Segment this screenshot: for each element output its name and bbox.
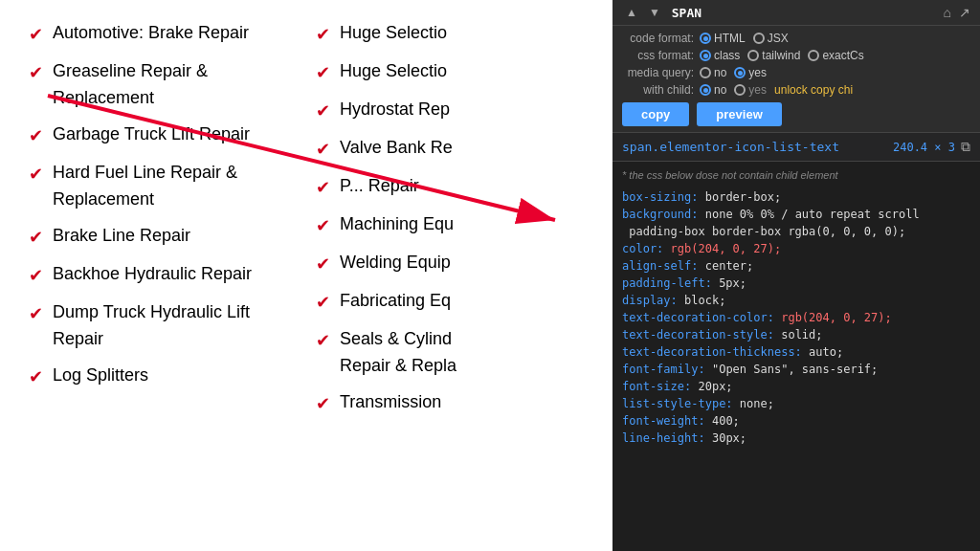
css-value: auto; [802,343,843,361]
mq-no-label: no [714,66,726,79]
preview-button[interactable]: preview [697,102,781,126]
css-line: text-decoration-style: solid; [622,326,970,343]
css-format-row: css format: class tailwind exactCs [622,49,970,62]
css-value: padding-box border-box rgba(0, 0, 0, 0); [622,223,905,240]
css-value: "Open Sans", sans-serif; [705,361,879,378]
list-item: ✔ Welding Equip [316,249,584,277]
devtools-title: SPAN [672,6,702,20]
child-no-radio[interactable]: no [700,83,726,97]
css-value: rgb(204, 0, 27); [663,240,781,257]
css-value: 5px; [712,275,746,292]
exactcs-label: exactCs [822,49,863,62]
css-format-label: css format: [622,49,694,62]
css-note: * the css below dose not contain child e… [622,169,970,181]
list-item: ✔ Transmission [316,388,584,417]
css-property: font-size: [622,378,691,395]
check-icon: ✔ [316,289,330,316]
nav-up-arrow[interactable]: ▲ [622,4,641,21]
copy-button[interactable]: copy [622,102,689,126]
list-item: ✔ Automotive: Brake Repair [29,19,297,48]
tailwind-radio[interactable]: tailwind [747,49,800,62]
list-column-2: ✔ Huge Selectio ✔ Huge Selectio ✔ Hydros… [316,19,584,427]
css-property: background: [622,206,698,223]
check-icon: ✔ [29,21,43,48]
jsx-radio[interactable]: JSX [753,32,789,45]
child-no-dot [700,84,711,96]
header-nav: ▲ ▼ SPAN [622,4,702,21]
list-item: ✔ P... Repair [316,172,584,201]
list-item: ✔ Hard Fuel Line Repair &Replacement [29,159,297,212]
check-icon: ✔ [316,174,330,201]
css-value: 20px; [691,378,732,395]
css-value: rgb(204, 0, 27); [774,309,892,326]
check-icon: ✔ [316,251,330,277]
check-icon: ✔ [316,136,330,163]
check-icon: ✔ [29,161,43,187]
item-text: Seals & CylindRepair & Repla [340,325,457,379]
css-line: background: none 0% 0% / auto repeat scr… [622,206,970,223]
css-value: border-box; [698,188,781,206]
list-item: ✔ Fabricating Eq [316,287,584,316]
check-icon: ✔ [29,224,43,251]
left-panel: ✔ Automotive: Brake Repair ✔ Greaseline … [0,0,612,551]
check-icon: ✔ [316,21,330,48]
mq-yes-label: yes [748,66,767,79]
check-icon: ✔ [29,262,43,289]
css-line: box-sizing: border-box; [622,188,970,206]
css-line: align-self: center; [622,257,970,275]
item-text: Backhoe Hydraulic Repair [53,260,252,287]
check-icon: ✔ [29,59,43,86]
css-value: 30px; [705,430,746,447]
code-format-label: code format: [622,32,694,45]
item-text: Brake Line Repair [53,222,190,249]
check-icon: ✔ [29,364,43,390]
jsx-label: JSX [768,32,789,45]
item-text: Huge Selectio [340,19,447,46]
copy-selector-icon[interactable]: ⧉ [961,139,970,155]
mq-no-dot [700,67,711,78]
header-icons: ⌂ ↗ [944,5,970,20]
css-property: padding-left: [622,275,712,292]
css-property: align-self: [622,257,698,275]
item-text: Dump Truck Hydraulic Lift Repair [53,298,297,352]
selector-size: 240.4 × 3 [893,141,955,154]
html-radio[interactable]: HTML [700,32,746,45]
css-line: line-height: 30px; [622,430,970,447]
mq-yes-radio[interactable]: yes [734,66,767,79]
item-text: Log Splitters [53,362,148,388]
css-line: font-size: 20px; [622,378,970,395]
check-icon: ✔ [29,122,43,149]
tailwind-label: tailwind [762,49,800,62]
css-property: font-family: [622,361,705,378]
nav-down-arrow[interactable]: ▼ [645,4,664,21]
media-query-row: media query: no yes [622,66,970,79]
code-format-row: code format: HTML JSX [622,32,970,45]
with-child-options: no yes unlock copy chi [700,83,853,97]
mq-no-radio[interactable]: no [700,66,726,79]
css-line: font-family: "Open Sans", sans-serif; [622,361,970,378]
check-icon: ✔ [316,212,330,239]
css-line: text-decoration-color: rgb(204, 0, 27); [622,309,970,326]
exactcs-radio[interactable]: exactCs [808,49,863,62]
check-icon: ✔ [316,98,330,124]
class-radio[interactable]: class [700,49,740,62]
home-icon[interactable]: ⌂ [944,5,951,20]
css-line: padding-left: 5px; [622,275,970,292]
css-line: padding-box border-box rgba(0, 0, 0, 0); [622,223,970,240]
css-property: text-decoration-color: [622,309,774,326]
css-value: none; [733,395,774,412]
external-link-icon[interactable]: ↗ [959,5,970,20]
code-format-options: HTML JSX [700,32,789,45]
unlock-copy-link[interactable]: unlock copy chi [774,83,853,97]
list-item: ✔ Huge Selectio [316,19,584,48]
list-item: ✔ Dump Truck Hydraulic Lift Repair [29,298,297,352]
css-value: none 0% 0% / auto repeat scroll [698,206,919,223]
css-property: color: [622,240,663,257]
media-query-options: no yes [700,66,767,79]
child-yes-radio[interactable]: yes [734,83,767,97]
css-property: text-decoration-thickness: [622,343,802,361]
selector-text: span.elementor-icon-list-text [622,140,839,154]
item-text: Transmission [340,388,441,415]
css-line: list-style-type: none; [622,395,970,412]
item-text: Hydrostat Rep [340,96,450,122]
